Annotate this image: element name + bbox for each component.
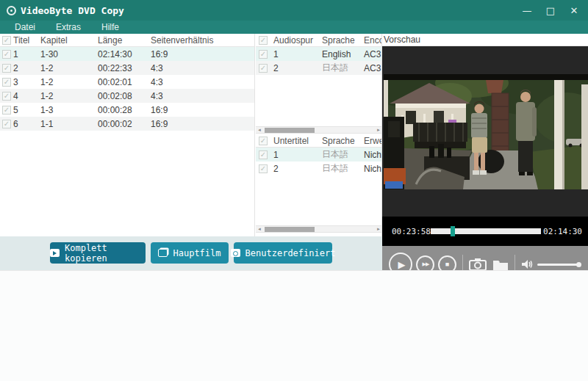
cell-titel: 1 [12,49,39,59]
seek-bar[interactable] [431,228,541,234]
subtitle-table: ✓ Untertitel Sprache Erweitert ✓ 1 日本語 N… [256,134,382,175]
app-window: VideoByte DVD Copy — □ ✕ Datei Extras Hi… [0,0,588,381]
menu-extras[interactable]: Extras [46,22,91,32]
current-time: 00:23:58 [392,227,431,236]
volume-icon[interactable] [521,259,533,269]
scrollbar-thumb[interactable] [265,128,315,133]
scrollbar-thumb[interactable] [265,227,315,232]
cell-ratio: 16:9 [149,105,254,115]
cell-titel: 5 [12,105,39,115]
audio-subtitle-panel: ✓ Audiospur Sprache Encoder ✓ 1 English … [256,34,382,236]
cell-ratio: 16:9 [149,119,254,129]
select-all-titles-checkbox[interactable]: ✓ [2,36,11,45]
cell-laenge: 02:14:30 [96,49,149,59]
table-row[interactable]: ✓ 2 1-2 00:22:33 4:3 [0,61,254,75]
select-all-subtitles-checkbox[interactable]: ✓ [259,137,268,145]
row-checkbox[interactable]: ✓ [2,92,11,101]
menu-hilfe[interactable]: Hilfe [91,22,129,32]
subtitle-hscrollbar[interactable]: ◄ ► [256,225,382,233]
volume-knob[interactable] [576,262,581,267]
main-movie-icon [158,249,168,257]
cell-titel: 6 [12,119,39,129]
row-checkbox[interactable]: ✓ [259,50,268,59]
col-audiospur: Audiospur [270,35,319,46]
maximize-button[interactable]: □ [544,5,557,16]
custom-copy-label: Benutzerdefiniert [245,248,336,258]
cell-ratio: 4:3 [149,63,254,73]
cell-laenge: 00:00:28 [96,105,149,115]
close-button[interactable]: ✕ [567,5,581,16]
menu-datei[interactable]: Datei [0,22,46,32]
scroll-left-icon[interactable]: ◄ [256,226,263,233]
col-seitenverhaeltnis: Seitenverhältnis [149,35,254,46]
preview-title: Vorschau [382,34,588,46]
cell-erweitert: Nicht [361,164,382,174]
full-copy-button[interactable]: Komplett kopieren [50,242,146,264]
table-row[interactable]: ✓ 1 日本語 Nicht [256,148,382,162]
row-checkbox[interactable]: ✓ [2,64,11,73]
main-movie-button[interactable]: Hauptfilm [151,242,229,264]
cell-kapitel: 1-2 [39,91,96,101]
volume-slider[interactable] [537,264,580,266]
table-row[interactable]: ✓ 1 English AC3 [256,47,381,61]
cell-titel: 3 [12,77,39,87]
cell-encoder: AC3 [361,49,381,59]
seek-handle[interactable] [451,226,455,236]
table-row[interactable]: ✓ 1 1-30 02:14:30 16:9 [0,47,254,61]
open-folder-icon[interactable] [492,258,509,271]
row-checkbox[interactable]: ✓ [259,150,268,159]
cell-titel: 2 [12,63,39,73]
subtitle-table-header: ✓ Untertitel Sprache Erweitert [256,134,382,148]
row-checkbox[interactable]: ✓ [2,78,11,87]
table-row[interactable]: ✓ 3 1-2 00:02:01 4:3 [0,75,254,89]
scroll-right-icon[interactable]: ► [375,226,382,233]
cell-track: 1 [270,150,319,160]
total-time: 02:14:30 [543,227,582,236]
col-titel: Titel [12,35,39,46]
scroll-right-icon[interactable]: ► [375,127,382,134]
audio-table-header: ✓ Audiospur Sprache Encoder [256,34,381,47]
table-row[interactable]: ✓ 5 1-3 00:00:28 16:9 [0,103,254,117]
cell-track: 1 [270,49,319,59]
row-checkbox[interactable]: ✓ [2,50,11,59]
snapshot-camera-icon[interactable] [469,258,487,271]
cell-laenge: 00:22:33 [96,63,149,73]
cell-erweitert: Nicht [361,150,382,160]
col-untertitel: Untertitel [270,136,319,146]
preview-panel: Vorschau [382,34,588,270]
cell-track: 2 [270,63,319,73]
custom-copy-button[interactable]: Benutzerdefiniert [234,242,332,264]
mode-button-strip: Komplett kopieren Hauptfilm Benutzerdefi… [0,236,382,270]
menu-bar: Datei Extras Hilfe [0,21,588,34]
audio-hscrollbar[interactable]: ◄ ► [256,126,382,134]
table-row[interactable]: ✓ 2 日本語 Nicht [256,162,382,175]
col-encoder: Encoder [361,35,381,46]
cell-track: 2 [270,164,319,174]
cell-sprache: 日本語 [319,162,361,175]
video-screen: 00:23:58 02:14:30 ▶ ▶▶ ■ [382,46,588,233]
custom-copy-icon [231,249,240,257]
cell-kapitel: 1-2 [39,63,96,73]
app-logo-icon [7,6,16,15]
table-row[interactable]: ✓ 4 1-2 00:02:08 4:3 [0,89,254,103]
select-all-audio-checkbox[interactable]: ✓ [259,36,268,45]
full-copy-label: Komplett kopieren [65,243,146,264]
minimize-button[interactable]: — [520,5,534,16]
row-checkbox[interactable]: ✓ [2,106,11,115]
table-row[interactable]: ✓ 2 日本語 AC3 [256,61,381,75]
cell-kapitel: 1-2 [39,77,96,87]
row-checkbox[interactable]: ✓ [259,64,268,73]
scroll-left-icon[interactable]: ◄ [256,127,263,134]
row-checkbox[interactable]: ✓ [259,164,268,173]
cell-ratio: 16:9 [149,49,254,59]
cell-sprache: 日本語 [319,62,361,74]
cell-ratio: 4:3 [149,77,254,87]
table-row[interactable]: ✓ 6 1-1 00:00:02 16:9 [0,117,254,131]
title-table: ✓ Titel Kapitel Länge Seitenverhältnis ✓… [0,34,255,236]
cell-sprache: English [319,49,361,59]
row-checkbox[interactable]: ✓ [2,120,11,128]
col-kapitel: Kapitel [39,35,96,46]
title-bar: VideoByte DVD Copy — □ ✕ [0,0,588,21]
col-sprache: Sprache [319,136,361,146]
full-copy-icon [50,249,60,257]
